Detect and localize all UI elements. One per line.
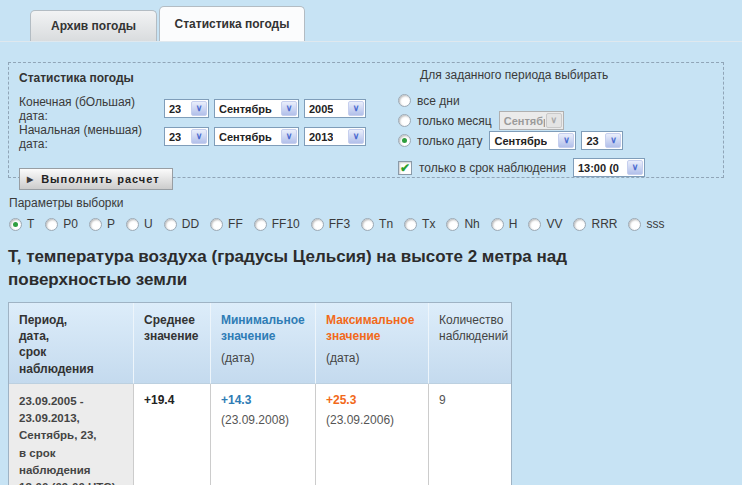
start-date-row: Начальная (меньшая) дата: 23 ∨ Сентябрь …: [19, 127, 371, 146]
param-label[interactable]: FF3: [329, 217, 350, 231]
param-label[interactable]: Tx: [422, 217, 435, 231]
param-label[interactable]: H: [509, 217, 518, 231]
obs-time-select[interactable]: 13:00 (0 ∨: [573, 158, 645, 177]
chevron-down-icon: ∨: [558, 133, 574, 148]
param-label[interactable]: FF10: [272, 217, 300, 231]
param-option-Tn: Tn: [361, 217, 393, 231]
param-option-FF: FF: [210, 217, 243, 231]
only-month-select: Сентябрь ∨: [499, 111, 564, 130]
end-date-month-value: Сентябрь: [215, 103, 272, 115]
statistics-form: Статистика погоды Конечная (бОльшая) дат…: [8, 62, 724, 178]
tab-weather-statistics[interactable]: Статистика погоды: [159, 6, 305, 41]
only-date-label[interactable]: только дату: [417, 134, 482, 148]
param-radio-P[interactable]: [89, 218, 102, 231]
tab-weather-archive[interactable]: Архив погоды: [30, 10, 157, 41]
min-value: +14.3: [221, 393, 251, 407]
col-avg-header: Среднее значение: [134, 303, 211, 384]
param-option-sss: sss: [628, 217, 664, 231]
end-date-label: Конечная (бОльшая) дата:: [19, 95, 164, 123]
end-date-day-value: 23: [165, 103, 181, 115]
period-cell: 23.09.2005 - 23.09.2013, Сентябрь, 23, в…: [9, 384, 134, 485]
param-label[interactable]: Nh: [464, 217, 479, 231]
col-min-header-text: Минимальное значение: [221, 313, 305, 343]
param-label[interactable]: FF: [228, 217, 243, 231]
only-month-value: Сентябрь: [500, 115, 545, 127]
col-min-header: Минимальное значение (дата): [211, 303, 316, 384]
param-radio-VV[interactable]: [528, 218, 541, 231]
chevron-down-icon: ∨: [627, 160, 643, 175]
param-radio-sss[interactable]: [628, 218, 641, 231]
param-label[interactable]: sss: [646, 217, 664, 231]
tab-bar: Архив погоды Статистика погоды: [0, 0, 742, 42]
obs-time-checkbox[interactable]: ✔: [398, 161, 412, 175]
param-label[interactable]: RRR: [591, 217, 617, 231]
param-option-P: P: [89, 217, 115, 231]
param-option-P0: P0: [45, 217, 78, 231]
params-title: Параметры выборки: [9, 196, 123, 210]
end-date-day-select[interactable]: 23 ∨: [164, 99, 209, 118]
only-date-month-select[interactable]: Сентябрь ∨: [489, 131, 576, 150]
param-radio-Tx[interactable]: [404, 218, 417, 231]
only-date-radio[interactable]: [398, 134, 411, 147]
max-value: +25.3: [326, 393, 356, 407]
param-radio-DD[interactable]: [164, 218, 177, 231]
play-icon: ▶: [27, 175, 34, 184]
col-min-header-sub: (дата): [221, 351, 309, 365]
start-date-day-select[interactable]: 23 ∨: [164, 127, 209, 146]
only-month-radio[interactable]: [398, 114, 411, 127]
all-days-radio[interactable]: [398, 94, 411, 107]
all-days-row: все дни: [398, 91, 650, 110]
start-date-month-select[interactable]: Сентябрь ∨: [214, 127, 299, 146]
param-label[interactable]: DD: [182, 217, 199, 231]
param-label[interactable]: T: [27, 217, 34, 231]
obs-time-value: 13:00 (0: [574, 162, 619, 174]
obs-time-label[interactable]: только в срок наблюдения: [419, 161, 566, 175]
param-radio-FF10[interactable]: [254, 218, 267, 231]
period-options-section: Для заданного периода выбирать все дни т…: [398, 68, 650, 178]
chevron-down-icon: ∨: [348, 101, 364, 116]
param-radio-P0[interactable]: [45, 218, 58, 231]
run-calculation-button[interactable]: ▶ Выполнить расчет: [19, 168, 173, 190]
param-radio-Nh[interactable]: [446, 218, 459, 231]
tab-weather-statistics-label: Статистика погоды: [175, 17, 290, 31]
param-option-U: U: [126, 217, 153, 231]
min-value-cell: +14.3 (23.09.2008): [211, 384, 316, 485]
end-date-year-select[interactable]: 2005 ∨: [304, 99, 366, 118]
param-label[interactable]: P0: [63, 217, 78, 231]
param-radio-FF3[interactable]: [311, 218, 324, 231]
param-radio-FF[interactable]: [210, 218, 223, 231]
count-value-cell: 9: [429, 384, 511, 485]
param-radio-H[interactable]: [491, 218, 504, 231]
end-date-month-select[interactable]: Сентябрь ∨: [214, 99, 299, 118]
param-radio-Tn[interactable]: [361, 218, 374, 231]
only-date-day-select[interactable]: 23 ∨: [581, 131, 623, 150]
param-radio-T[interactable]: [9, 218, 22, 231]
period-title: Для заданного периода выбирать: [420, 68, 650, 82]
chevron-down-icon: ∨: [191, 101, 207, 116]
chevron-down-icon: ∨: [281, 101, 297, 116]
end-date-row: Конечная (бОльшая) дата: 23 ∨ Сентябрь ∨…: [19, 99, 371, 118]
param-option-RRR: RRR: [573, 217, 617, 231]
col-period-header: Период, дата, срок наблюдения: [9, 303, 134, 384]
param-radio-RRR[interactable]: [573, 218, 586, 231]
result-heading: Т, температура воздуха (градусы Цельсия)…: [8, 246, 708, 292]
max-date: (23.09.2006): [326, 413, 422, 427]
param-label[interactable]: Tn: [379, 217, 393, 231]
weather-statistics-page: Архив погоды Статистика погоды Статистик…: [0, 0, 742, 485]
only-date-month-value: Сентябрь: [490, 135, 547, 147]
only-month-label[interactable]: только месяц: [417, 114, 492, 128]
param-label[interactable]: P: [107, 217, 115, 231]
param-radio-U[interactable]: [126, 218, 139, 231]
start-date-year-select[interactable]: 2013 ∨: [304, 127, 366, 146]
start-date-label: Начальная (меньшая) дата:: [19, 123, 164, 151]
avg-value-cell: +19.4: [134, 384, 211, 485]
param-label[interactable]: VV: [546, 217, 562, 231]
only-month-row: только месяц Сентябрь ∨: [398, 111, 650, 130]
form-title: Статистика погоды: [19, 71, 371, 85]
col-period-header-text: Период, дата, срок наблюдения: [19, 313, 94, 376]
all-days-label[interactable]: все дни: [417, 94, 460, 108]
start-date-month-value: Сентябрь: [215, 131, 272, 143]
run-calculation-label: Выполнить расчет: [41, 173, 159, 185]
param-label[interactable]: U: [144, 217, 153, 231]
obs-time-row: ✔ только в срок наблюдения 13:00 (0 ∨: [398, 158, 650, 177]
